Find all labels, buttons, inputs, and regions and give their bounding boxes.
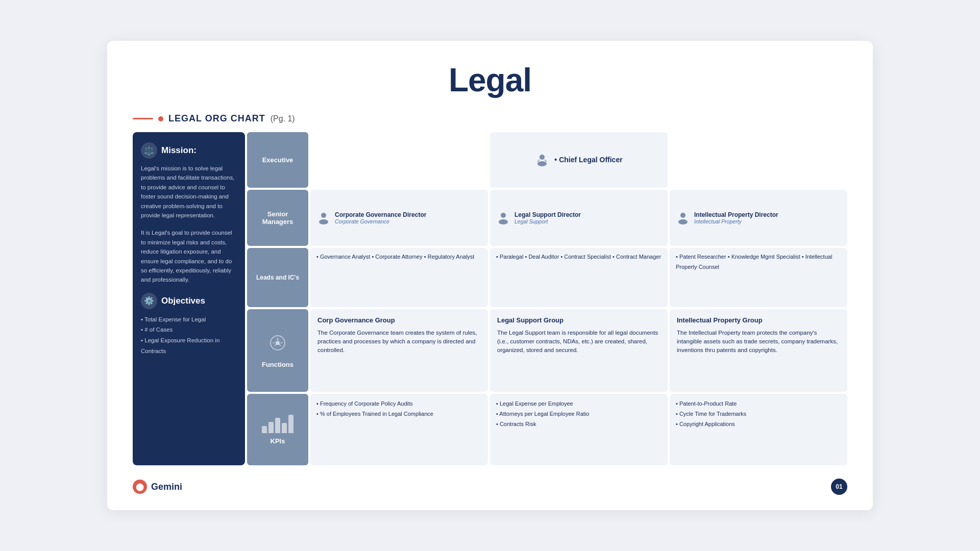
bar-5 [288, 415, 293, 433]
functions-icon [267, 333, 288, 357]
svg-line-3 [537, 160, 540, 162]
cg-director-text: Corporate Governance Director Corporate … [335, 211, 426, 224]
ls-director-text: Legal Support Director Legal Support [514, 211, 581, 224]
sr-cell-ip: Intellectual Property Director Intellect… [670, 190, 847, 246]
lead-cg-1: Governance Analyst [316, 254, 370, 260]
func-cg-title: Corp Governance Group [317, 315, 481, 325]
bar-3 [275, 418, 280, 433]
objective-3: Legal Exposure Reduction in Contracts [141, 335, 237, 356]
svg-point-7 [501, 213, 506, 218]
svg-point-1 [537, 161, 547, 166]
page-number: 01 [831, 479, 847, 495]
mission-goal: It is Legal's goal to provide counsel to… [141, 228, 237, 284]
ip-director-text: Intellectual Property Director Intellect… [694, 211, 778, 224]
header-line [133, 118, 153, 119]
ip-director-icon [676, 211, 690, 225]
ls-director-title: Legal Support Director [514, 211, 581, 218]
clo-name: • Chief Legal Officer [554, 156, 622, 164]
kpis-row-label: KPIs [247, 394, 308, 465]
cg-director-title: Corporate Governance Director [335, 211, 426, 218]
kpi-ip-2: Cycle Time for Trademarks [676, 409, 841, 419]
func-cg-desc: The Corporate Governance team creates th… [317, 330, 477, 354]
ls-director-icon [496, 211, 510, 225]
leads-ip-cell: Patent Researcher Knowledge Mgmt Special… [670, 248, 847, 307]
svg-point-8 [499, 219, 508, 224]
mission-icon: ⚖️ [141, 142, 157, 159]
func-ls-title: Legal Support Group [497, 315, 660, 325]
kpi-cg-1: Frequency of Corporate Policy Audits [316, 399, 482, 409]
objectives-list: Total Expense for Legal # of Cases Legal… [141, 314, 237, 357]
footer-logo-text: Gemini [151, 482, 182, 492]
mission-box: ⚖️ Mission: Legal's mission is to solve … [133, 132, 245, 465]
clo-icon [535, 153, 549, 167]
clo-cell: • Chief Legal Officer [490, 132, 668, 188]
svg-point-10 [678, 219, 688, 224]
mission-text: Legal's mission is to solve legal proble… [141, 164, 237, 220]
footer-logo: ⬤ Gemini [133, 480, 182, 494]
ip-director-sub: Intellectual Property [694, 218, 778, 224]
kpi-ls-2: Attorneys per Legal Employee Ratio [496, 409, 662, 419]
kpi-ip-1: Patent-to-Product Rate [676, 399, 841, 409]
kpi-ip-cell: Patent-to-Product Rate Cycle Time for Tr… [670, 394, 847, 465]
objectives-icon: ⚙️ [141, 293, 157, 309]
svg-point-6 [319, 219, 328, 224]
func-ip-desc: The Intellectual Property team protects … [677, 330, 838, 354]
func-ls-cell: Legal Support Group The Legal Support te… [490, 309, 668, 392]
kpi-ls-3: Contracts Risk [496, 419, 662, 430]
svg-point-9 [680, 213, 685, 218]
cg-director-icon [316, 211, 331, 225]
page-title: Legal [133, 61, 847, 99]
lead-ls-3: Contract Specialist [560, 254, 611, 260]
lead-ls-2: Deal Auditor [525, 254, 559, 260]
func-ls-desc: The Legal Support team is responsible fo… [497, 330, 658, 354]
leads-cg-cell: Governance Analyst Corporate Attorney Re… [310, 248, 488, 307]
section-page: (Pg. 1) [271, 114, 295, 123]
exec-empty-1 [310, 132, 488, 188]
lead-cg-2: Corporate Attorney [372, 254, 422, 260]
section-header: LEGAL ORG CHART (Pg. 1) [133, 113, 847, 124]
exec-empty-2 [670, 132, 847, 188]
footer: ⬤ Gemini 01 [133, 473, 847, 495]
ls-director-sub: Legal Support [514, 218, 581, 224]
kpi-cg-2: % of Employees Trained in Legal Complian… [316, 409, 482, 419]
func-ip-cell: Intellectual Property Group The Intellec… [670, 309, 847, 392]
lead-ip-1: Patent Researcher [676, 254, 726, 260]
header-dot [158, 116, 163, 121]
func-cg-cell: Corp Governance Group The Corporate Gove… [310, 309, 488, 392]
slide: Legal LEGAL ORG CHART (Pg. 1) ⚖️ Mission… [107, 41, 873, 510]
svg-point-5 [321, 213, 326, 218]
leads-row-label: Leads and IC's [247, 248, 308, 307]
mission-title: ⚖️ Mission: [141, 142, 237, 159]
sr-cell-ls: Legal Support Director Legal Support [490, 190, 668, 246]
ip-director-title: Intellectual Property Director [694, 211, 778, 218]
bar-2 [268, 422, 274, 433]
org-chart-grid: ⚖️ Mission: Legal's mission is to solve … [133, 132, 847, 465]
sr-cell-cg: Corporate Governance Director Corporate … [310, 190, 488, 246]
section-title: LEGAL ORG CHART [168, 113, 265, 124]
kpi-ls-cell: Legal Expense per Employee Attorneys per… [490, 394, 668, 465]
objectives-title: ⚙️ Objectives [141, 293, 237, 309]
objective-2: # of Cases [141, 324, 237, 335]
lead-cg-3: Regulatory Analyst [424, 254, 475, 260]
bar-1 [262, 426, 267, 433]
lead-ls-1: Paralegal [496, 254, 523, 260]
executive-row-label: Executive [247, 132, 308, 188]
kpi-ls-1: Legal Expense per Employee [496, 399, 662, 409]
kpi-ip-3: Copyright Applications [676, 419, 841, 430]
objective-1: Total Expense for Legal [141, 314, 237, 325]
leads-ls-cell: Paralegal Deal Auditor Contract Speciali… [490, 248, 668, 307]
svg-line-4 [545, 160, 547, 162]
kpis-chart-icon [262, 415, 293, 433]
lead-ls-4: Contract Manager [612, 254, 661, 260]
gemini-icon: ⬤ [133, 480, 147, 494]
lead-ip-2: Knowledge Mgmt Specialist [728, 254, 800, 260]
functions-row-label: Functions [247, 309, 308, 392]
senior-managers-label: Senior Managers [247, 190, 308, 246]
bar-4 [282, 423, 287, 433]
kpi-cg-cell: Frequency of Corporate Policy Audits % o… [310, 394, 488, 465]
func-ip-title: Intellectual Property Group [677, 315, 840, 325]
cg-director-sub: Corporate Governance [335, 218, 426, 224]
